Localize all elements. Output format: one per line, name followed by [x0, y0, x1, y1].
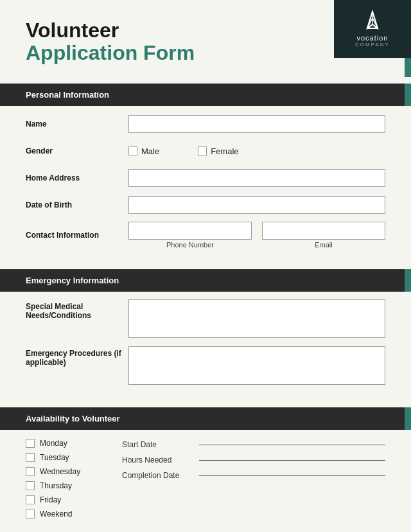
emergency-section-body: Special Medical Needs/Conditions Emergen… [0, 292, 411, 401]
day-item-monday[interactable]: Monday [26, 439, 109, 448]
day-label-tuesday: Tuesday [40, 453, 69, 462]
dob-row: Date of Birth [26, 195, 385, 215]
completion-date-row: Completion Date [122, 471, 385, 480]
personal-section-title: Personal Information [26, 90, 109, 100]
gender-male-checkbox[interactable] [128, 146, 137, 155]
logo-brand-text: vocation [357, 34, 389, 42]
hours-needed-line [199, 460, 385, 461]
gender-female-option[interactable]: Female [198, 146, 238, 156]
header-title: Volunteer Application Form [26, 19, 195, 64]
gender-female-label: Female [211, 146, 238, 156]
day-checkbox-monday[interactable] [26, 439, 35, 448]
emergency-section-header: Emergency Information [0, 269, 411, 292]
emergency-teal-accent [405, 269, 411, 292]
gender-male-option[interactable]: Male [128, 146, 159, 156]
availability-content: MondayTuesdayWednesdayThursdayFridayWeek… [26, 439, 385, 519]
day-label-monday: Monday [40, 439, 67, 448]
start-date-line [199, 445, 385, 445]
page: Volunteer Application Form vocation COMP… [0, 0, 411, 528]
header: Volunteer Application Form vocation COMP… [0, 0, 411, 77]
name-input[interactable] [128, 115, 385, 133]
medical-label: Special Medical Needs/Conditions [26, 299, 128, 320]
emergency-section-title: Emergency Information [26, 276, 119, 285]
home-address-input[interactable] [128, 169, 385, 187]
day-checkbox-friday[interactable] [26, 495, 35, 504]
day-item-weekend[interactable]: Weekend [26, 510, 109, 519]
day-checkbox-tuesday[interactable] [26, 453, 35, 462]
day-label-friday: Friday [40, 495, 61, 504]
day-label-wednesday: Wednesday [40, 467, 80, 476]
availability-teal-accent [405, 407, 411, 430]
day-checkbox-weekend[interactable] [26, 510, 35, 519]
name-row: Name [26, 114, 385, 134]
start-date-label: Start Date [122, 440, 193, 449]
email-input[interactable] [262, 222, 385, 240]
gender-row: Gender Male Female [26, 141, 385, 161]
contact-fields: Phone Number Email [128, 222, 385, 249]
start-date-row: Start Date [122, 440, 385, 449]
availability-section-title: Availability to Volunteer [26, 414, 120, 423]
dob-field [128, 196, 385, 214]
logo-sub-text: COMPANY [355, 42, 390, 48]
availability-body: MondayTuesdayWednesdayThursdayFridayWeek… [0, 430, 411, 528]
completion-date-label: Completion Date [122, 471, 193, 480]
medical-textarea[interactable] [128, 299, 385, 338]
day-label-weekend: Weekend [40, 510, 72, 519]
completion-date-line [199, 475, 385, 476]
logo-icon [361, 10, 384, 33]
day-checkbox-thursday[interactable] [26, 481, 35, 490]
dob-input[interactable] [128, 196, 385, 214]
gender-options: Male Female [128, 146, 385, 156]
home-address-label: Home Address [26, 173, 128, 182]
procedures-field [128, 346, 385, 387]
procedures-row: Emergency Procedures (if applicable) [26, 346, 385, 387]
home-address-row: Home Address [26, 168, 385, 188]
gender-male-label: Male [141, 146, 159, 156]
day-item-friday[interactable]: Friday [26, 495, 109, 504]
gender-label: Gender [26, 146, 128, 155]
title-line2: Application Form [26, 42, 195, 64]
logo-box: vocation COMPANY [334, 0, 411, 58]
medical-field [128, 299, 385, 340]
name-field [128, 115, 385, 133]
procedures-textarea[interactable] [128, 346, 385, 385]
phone-input[interactable] [128, 222, 252, 240]
home-address-field [128, 169, 385, 187]
schedule-fields: Start Date Hours Needed Completion Date [122, 439, 385, 519]
hours-needed-label: Hours Needed [122, 456, 193, 465]
contact-label: Contact Information [26, 231, 128, 240]
phone-wrap: Phone Number [128, 222, 252, 249]
name-label: Name [26, 120, 128, 129]
medical-row: Special Medical Needs/Conditions [26, 299, 385, 340]
day-label-thursday: Thursday [40, 481, 72, 490]
days-list: MondayTuesdayWednesdayThursdayFridayWeek… [26, 439, 109, 519]
personal-teal-accent [405, 84, 411, 106]
teal-accent-bar [405, 58, 411, 77]
contact-row: Contact Information Phone Number Email [26, 222, 385, 249]
day-item-wednesday[interactable]: Wednesday [26, 467, 109, 476]
day-item-thursday[interactable]: Thursday [26, 481, 109, 490]
dob-label: Date of Birth [26, 200, 128, 209]
email-wrap: Email [262, 222, 385, 249]
procedures-label: Emergency Procedures (if applicable) [26, 346, 128, 367]
title-line1: Volunteer [26, 19, 195, 42]
phone-sublabel: Phone Number [128, 241, 252, 249]
gender-female-checkbox[interactable] [198, 146, 207, 155]
personal-section-header: Personal Information [0, 84, 411, 106]
personal-section-body: Name Gender Male Female Home Address [0, 106, 411, 263]
day-item-tuesday[interactable]: Tuesday [26, 453, 109, 462]
day-checkbox-wednesday[interactable] [26, 467, 35, 476]
availability-section-header: Availability to Volunteer [0, 407, 411, 430]
hours-needed-row: Hours Needed [122, 456, 385, 465]
email-sublabel: Email [262, 241, 385, 249]
